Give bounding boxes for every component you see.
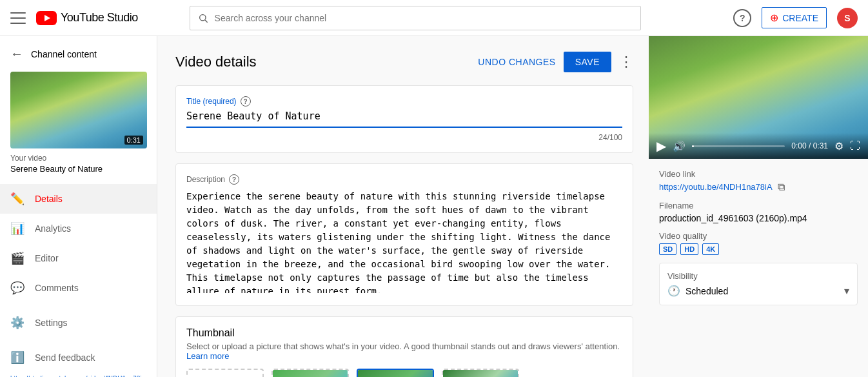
thumbnail-options: ＋ ‹ ›	[186, 369, 622, 377]
logo[interactable]: YouTube Studio	[36, 11, 138, 25]
preview-controls: ▶ 🔊 0:00 / 0:31 ⚙ ⛶	[649, 133, 868, 159]
learn-more-link[interactable]: Learn more	[186, 351, 229, 361]
comments-label: Comments	[35, 283, 79, 293]
quality-badge-hd: HD	[680, 243, 698, 255]
title-field-wrap: Serene Beauty of Nature	[186, 110, 622, 128]
quality-row: Video quality SD HD 4K	[659, 231, 858, 255]
svg-line-3	[205, 20, 208, 23]
settings-icon[interactable]: ⚙	[834, 140, 843, 152]
thumbnail-section: Thumbnail Select or upload a picture tha…	[175, 316, 633, 377]
pencil-icon: ✏️	[10, 192, 25, 206]
avatar[interactable]: S	[837, 8, 858, 28]
thumbnail-upload-option[interactable]: ＋	[186, 369, 264, 377]
create-button[interactable]: ⊕ CREATE	[762, 7, 827, 28]
feedback-icon: ℹ️	[10, 351, 25, 365]
main-layout: ← Channel content 0:31 Your video Serene…	[0, 36, 868, 377]
quality-badges: SD HD 4K	[659, 243, 858, 255]
search-area	[190, 6, 641, 30]
description-section: Description ? Experience the serene beau…	[175, 163, 633, 306]
nav-right: ? ⊕ CREATE S	[733, 7, 858, 28]
youtube-logo-icon	[36, 11, 57, 25]
sidebar-item-comments[interactable]: 💬 Comments	[0, 273, 157, 303]
hamburger-menu-icon[interactable]	[10, 10, 26, 26]
description-help-icon[interactable]: ?	[229, 174, 239, 185]
video-duration-badge: 0:31	[124, 136, 143, 145]
studio-label: YouTube Studio	[61, 11, 138, 25]
thumbnail-option-3[interactable]	[442, 369, 519, 377]
editor-icon: 🎬	[10, 251, 25, 265]
visibility-section[interactable]: Visibility 🕐 Scheduled ▾	[659, 263, 858, 305]
progress-fill	[692, 145, 694, 147]
create-label: CREATE	[782, 13, 818, 23]
top-navigation: YouTube Studio ? ⊕ CREATE S	[0, 0, 868, 36]
thumbnail-option-1[interactable]	[271, 369, 349, 377]
play-icon[interactable]: ▶	[656, 138, 666, 154]
title-char-count: 24/100	[186, 133, 622, 142]
time-display: 0:00 / 0:31	[791, 141, 828, 150]
more-options-button[interactable]: ⋮	[619, 54, 633, 70]
sidebar-item-feedback[interactable]: ℹ️ Send feedback	[0, 343, 157, 372]
sidebar-video-title: Serene Beauty of Nature	[10, 164, 146, 174]
svg-point-2	[199, 14, 205, 20]
back-button[interactable]: ← Channel content	[0, 36, 157, 72]
comments-icon: 💬	[10, 281, 25, 295]
search-input[interactable]	[215, 13, 633, 23]
title-help-icon[interactable]: ?	[241, 96, 251, 107]
video-meta: Video link https://youtu.be/4NDH1na78iA …	[649, 159, 868, 255]
video-link-row: Video link https://youtu.be/4NDH1na78iA …	[659, 169, 858, 193]
filename-label: Filename	[659, 201, 858, 210]
filename-value: production_id_4961603 (2160p).mp4	[659, 213, 858, 223]
details-label: Details	[35, 194, 63, 204]
clock-icon: 🕐	[667, 285, 680, 297]
page-title: Video details	[175, 54, 257, 70]
chevron-down-icon: ▾	[844, 285, 849, 297]
thumbnail-title: Thumbnail	[186, 327, 622, 339]
description-input[interactable]: Experience the serene beauty of nature w…	[186, 190, 622, 293]
sidebar-item-editor[interactable]: 🎬 Editor	[0, 243, 157, 273]
create-plus-icon: ⊕	[770, 12, 778, 24]
visibility-value: 🕐 Scheduled ▾	[667, 285, 849, 297]
analytics-label: Analytics	[35, 223, 71, 234]
undo-changes-button[interactable]: UNDO CHANGES	[478, 57, 555, 67]
back-label: Channel content	[31, 49, 97, 59]
sidebar: ← Channel content 0:31 Your video Serene…	[0, 36, 157, 377]
search-icon	[198, 13, 208, 23]
copy-icon[interactable]: ⧉	[778, 181, 785, 192]
feedback-label: Send feedback	[35, 352, 95, 363]
title-input[interactable]: Serene Beauty of Nature	[186, 110, 622, 122]
volume-icon[interactable]: 🔊	[673, 140, 686, 152]
quality-badge-4k: 4K	[702, 243, 719, 255]
settings-gear-icon: ⚙️	[10, 316, 25, 330]
title-section: Title (required) ? Serene Beauty of Natu…	[175, 85, 633, 153]
thumbnail-desc: Select or upload a picture that shows wh…	[186, 341, 622, 361]
filename-row: Filename production_id_4961603 (2160p).m…	[659, 201, 858, 223]
thumbnail-nav: ‹ ›	[527, 369, 537, 377]
thumbnail-option-2[interactable]	[357, 369, 434, 377]
help-icon[interactable]: ?	[733, 9, 751, 27]
main-content: Video details UNDO CHANGES SAVE ⋮ Title …	[157, 36, 649, 377]
visibility-label: Visibility	[667, 271, 849, 281]
page-header: Video details UNDO CHANGES SAVE ⋮	[175, 52, 633, 72]
description-label: Description ?	[186, 174, 622, 185]
right-panel: ▶ 🔊 0:00 / 0:31 ⚙ ⛶ Video link https://y…	[649, 36, 868, 377]
quality-badge-sd: SD	[659, 243, 676, 255]
progress-bar[interactable]	[692, 145, 785, 147]
sidebar-video-info: Your video Serene Beauty of Nature	[0, 148, 157, 179]
video-preview: ▶ 🔊 0:00 / 0:31 ⚙ ⛶	[649, 36, 868, 159]
sidebar-item-analytics[interactable]: 📊 Analytics	[0, 214, 157, 243]
video-link-value: https://youtu.be/4NDH1na78iA ⧉	[659, 181, 858, 193]
your-video-label: Your video	[10, 154, 146, 163]
sidebar-item-details[interactable]: ✏️ Details	[0, 184, 157, 214]
video-link-label: Video link	[659, 169, 858, 179]
header-actions: UNDO CHANGES SAVE ⋮	[478, 52, 633, 72]
back-arrow-icon: ←	[10, 46, 23, 61]
url-bar: https://studio.youtube.com/video/4NDH1na…	[0, 372, 157, 377]
fullscreen-icon[interactable]: ⛶	[850, 140, 860, 152]
save-button[interactable]: SAVE	[564, 52, 611, 72]
visibility-status: Scheduled	[686, 286, 728, 296]
analytics-icon: 📊	[10, 221, 25, 236]
sidebar-item-settings[interactable]: ⚙️ Settings	[0, 308, 157, 338]
video-link[interactable]: https://youtu.be/4NDH1na78iA	[659, 182, 773, 192]
sidebar-video-thumbnail: 0:31	[10, 72, 146, 148]
editor-label: Editor	[35, 253, 59, 263]
